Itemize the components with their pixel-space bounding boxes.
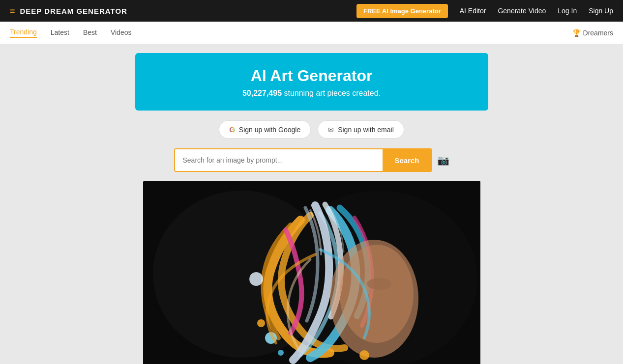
main-content: AI Art Generator 50,227,495 stunning art… [0, 44, 623, 364]
nav-logo-group: ≡ DEEP DREAM GENERATOR [10, 6, 127, 16]
search-input-wrap: Search [174, 148, 432, 172]
search-bar-container: Search 📷 [174, 148, 449, 172]
hero-subtitle: 50,227,495 stunning art pieces created. [155, 89, 469, 98]
nav-signup-link[interactable]: Sign Up [589, 7, 613, 15]
nav-tab-videos[interactable]: Videos [111, 28, 132, 37]
google-icon: G [229, 125, 235, 134]
nav-generate-video-link[interactable]: Generate Video [498, 7, 546, 15]
svg-point-7 [278, 350, 284, 356]
trophy-icon: 🏆 [572, 29, 581, 37]
svg-point-10 [367, 278, 391, 290]
hero-subtitle-suffix: stunning art pieces created. [282, 89, 381, 97]
hero-artwork-svg [143, 181, 480, 364]
nav-tab-latest[interactable]: Latest [51, 28, 69, 37]
hero-banner: AI Art Generator 50,227,495 stunning art… [135, 53, 488, 111]
search-button[interactable]: Search [383, 149, 431, 171]
sub-nav-links: Trending Latest Best Videos [10, 28, 131, 38]
hero-count: 50,227,495 [242, 89, 282, 97]
nav-right-group: FREE AI Image Generator AI Editor Genera… [356, 4, 613, 18]
email-icon: ✉ [328, 126, 334, 134]
svg-point-4 [340, 245, 414, 343]
top-navigation: ≡ DEEP DREAM GENERATOR FREE AI Image Gen… [0, 0, 623, 22]
nav-tab-trending[interactable]: Trending [10, 28, 37, 38]
nav-tab-best[interactable]: Best [83, 28, 97, 37]
camera-icon: 📷 [437, 154, 449, 166]
signup-google-button[interactable]: G Sign up with Google [219, 120, 311, 139]
sub-navigation: Trending Latest Best Videos 🏆 Dreamers [0, 22, 623, 44]
hero-artwork-container [143, 181, 480, 364]
free-ai-image-generator-button[interactable]: FREE AI Image Generator [356, 4, 448, 18]
signup-google-label: Sign up with Google [239, 126, 300, 134]
hero-title: AI Art Generator [155, 67, 469, 85]
nav-login-link[interactable]: Log In [558, 7, 577, 15]
dreamers-label: Dreamers [583, 29, 613, 37]
svg-point-9 [249, 272, 263, 286]
dreamers-link[interactable]: 🏆 Dreamers [572, 29, 613, 37]
nav-ai-editor-link[interactable]: AI Editor [460, 7, 486, 15]
svg-point-8 [359, 350, 369, 360]
menu-icon: ≡ [10, 6, 15, 16]
camera-search-button[interactable]: 📷 [437, 154, 449, 166]
signup-email-label: Sign up with email [338, 126, 394, 134]
svg-point-6 [257, 319, 265, 327]
signup-buttons-group: G Sign up with Google ✉ Sign up with ema… [219, 120, 404, 139]
logo-text: DEEP DREAM GENERATOR [20, 7, 127, 15]
signup-email-button[interactable]: ✉ Sign up with email [318, 120, 404, 139]
search-input[interactable] [175, 149, 383, 171]
